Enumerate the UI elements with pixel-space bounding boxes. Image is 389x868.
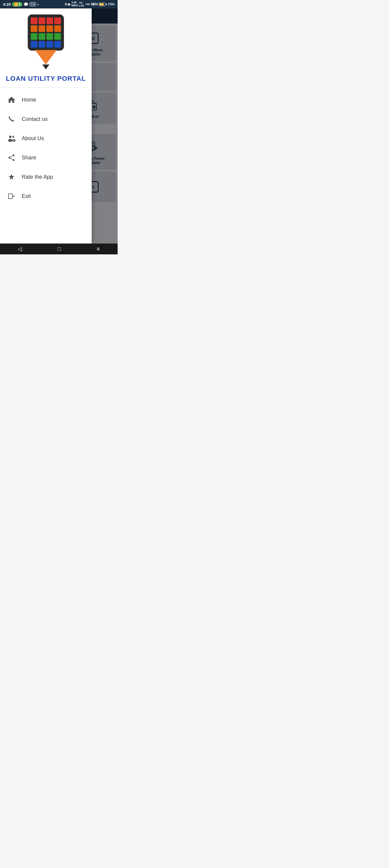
star-icon <box>7 173 16 181</box>
menu-button[interactable]: ≡ <box>92 245 104 253</box>
status-left: 4:20 📶 1 💬 CS • <box>3 2 39 7</box>
dot-indicator: • <box>37 2 39 7</box>
wifi-badge: 📶 1 <box>12 2 22 7</box>
battery-indicator <box>99 3 107 6</box>
logo-cell-r2c4 <box>54 25 61 32</box>
logo-cell-r1c1 <box>31 18 37 24</box>
home-button[interactable]: □ <box>53 245 66 253</box>
svg-point-10 <box>8 139 12 142</box>
nav-item-about[interactable]: About Us <box>0 129 92 148</box>
logo-cell-r1c4 <box>54 18 61 24</box>
time-display: 4:20 <box>3 2 11 7</box>
svg-point-12 <box>12 139 16 142</box>
nav-label-exit: Exit <box>22 193 31 199</box>
nav-item-share[interactable]: Share <box>0 148 92 167</box>
pencil-body <box>35 50 57 64</box>
logo-cell-r2c2 <box>39 25 45 32</box>
svg-point-14 <box>8 157 10 158</box>
nfc-icon: N <box>65 2 67 6</box>
logo-grid <box>31 18 61 48</box>
nav-label-home: Home <box>22 97 36 103</box>
logo-cell-r3c2 <box>39 33 45 40</box>
app-title: LOAN UTILITY PORTAL <box>6 75 86 83</box>
svg-marker-8 <box>8 97 15 103</box>
svg-rect-19 <box>8 194 12 198</box>
whatsapp-icon: 💬 <box>24 2 28 7</box>
logo-cell-r2c1 <box>31 25 37 32</box>
logo-cell-r4c1 <box>31 41 37 48</box>
status-right: N ▶ 3.40MB/S VoLTE +4G ⅡⅢⅣ 73% <box>65 1 115 7</box>
nav-items: Home Contact us <box>0 88 92 244</box>
network-speed: 3.40MB/S <box>71 1 79 7</box>
svg-point-13 <box>13 154 14 156</box>
home-icon <box>7 96 16 104</box>
svg-line-16 <box>10 156 13 157</box>
logo-cell-r4c3 <box>47 41 53 48</box>
drawer-overlay: LOAN UTILITY PORTAL Home <box>0 8 118 244</box>
svg-marker-21 <box>13 195 14 197</box>
bottom-nav: ◁ □ ≡ <box>0 244 118 254</box>
svg-point-11 <box>12 136 14 138</box>
nav-drawer: LOAN UTILITY PORTAL Home <box>0 8 92 244</box>
nav-label-about: About Us <box>22 135 44 142</box>
cs-icon: CS <box>30 2 36 6</box>
logo-grid-wrapper <box>28 14 64 51</box>
drawer-header: LOAN UTILITY PORTAL <box>0 8 92 88</box>
svg-marker-18 <box>8 174 14 180</box>
svg-point-9 <box>9 135 11 138</box>
svg-point-15 <box>13 159 14 161</box>
nav-label-rate: Rate the App <box>22 174 53 180</box>
logo-cell-r3c3 <box>47 33 53 40</box>
people-icon <box>7 134 16 143</box>
logo-cell-r3c4 <box>54 33 61 40</box>
nav-item-contact[interactable]: Contact us <box>0 110 92 129</box>
battery-percent: 73% <box>108 2 115 6</box>
nav-item-exit[interactable]: Exit <box>0 187 92 206</box>
nav-item-home[interactable]: Home <box>0 90 92 110</box>
share-icon <box>7 153 16 162</box>
nav-label-contact: Contact us <box>22 116 48 122</box>
pencil-tip <box>42 64 50 69</box>
wifi-count: 1 <box>19 2 21 6</box>
status-bar: 4:20 📶 1 💬 CS • N ▶ 3.40MB/S VoLTE +4G Ⅱ… <box>0 0 118 8</box>
logo-cell-r2c3 <box>47 25 53 32</box>
logo-cell-r4c4 <box>54 41 61 48</box>
network-type: VoLTE <box>79 1 84 7</box>
app-logo-container <box>28 14 64 69</box>
signal-4g: +4G <box>85 3 90 6</box>
drawer-dim-overlay[interactable] <box>92 8 118 244</box>
logo-pencil <box>35 50 57 69</box>
nav-label-share: Share <box>22 155 36 161</box>
nav-item-rate[interactable]: Rate the App <box>0 167 92 187</box>
logo-cell-r3c1 <box>31 33 37 40</box>
exit-icon <box>7 192 16 200</box>
logo-cell-r1c2 <box>39 18 45 24</box>
bluetooth-icon: ▶ <box>68 2 70 6</box>
logo-cell-r1c3 <box>47 18 53 24</box>
logo-cell-r4c2 <box>39 41 45 48</box>
signal-bars: ⅡⅢⅣ <box>91 2 98 6</box>
back-button[interactable]: ◁ <box>13 244 27 253</box>
phone-icon <box>7 115 16 123</box>
svg-line-17 <box>10 158 13 160</box>
